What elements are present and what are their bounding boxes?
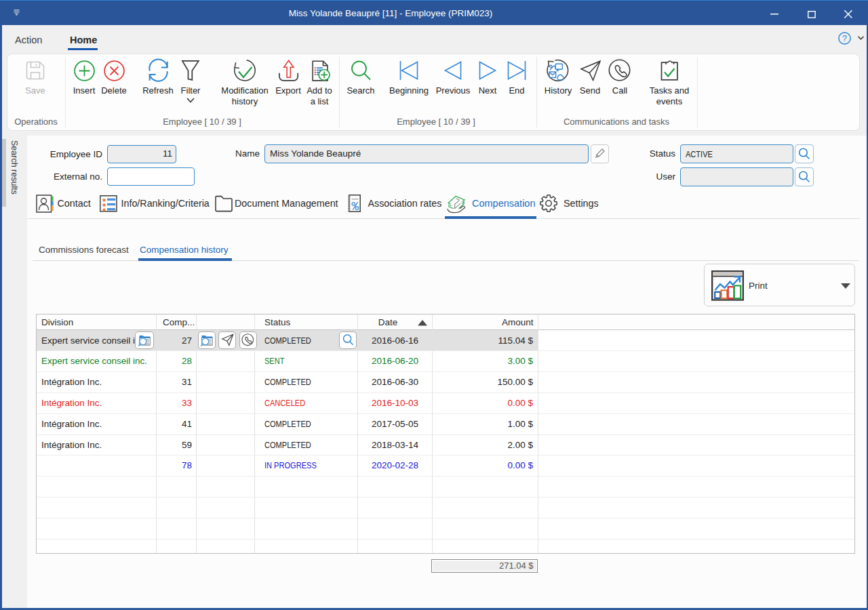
svg-text:?: ?: [842, 34, 847, 43]
